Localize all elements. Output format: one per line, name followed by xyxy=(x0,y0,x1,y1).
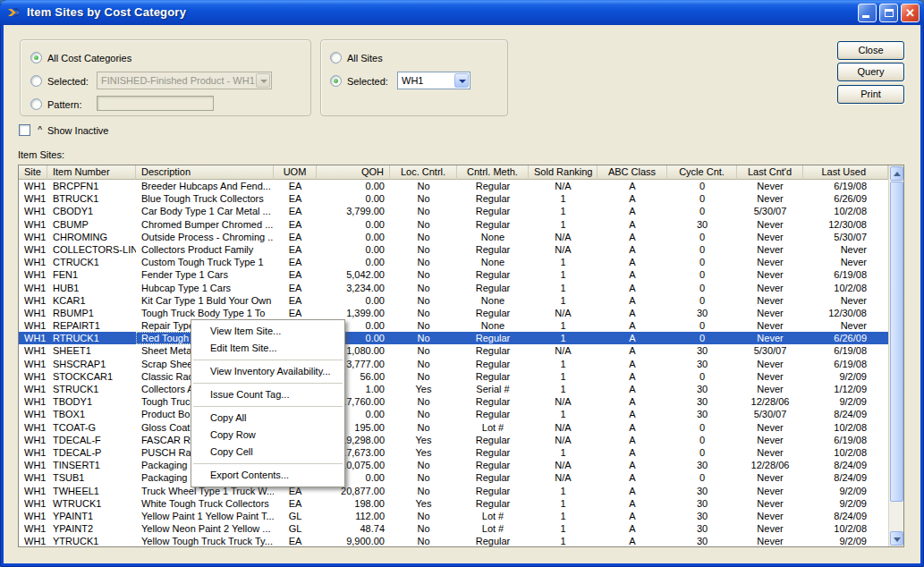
table-cell[interactable]: 0 xyxy=(667,471,737,484)
table-cell[interactable]: 9,900.00 xyxy=(317,535,390,546)
table-cell[interactable]: Never xyxy=(737,370,803,383)
table-cell[interactable]: WH1 xyxy=(19,180,47,192)
table-cell[interactable]: A xyxy=(598,510,667,522)
table-cell[interactable]: WH1 xyxy=(19,231,47,243)
table-cell[interactable]: No xyxy=(390,459,457,471)
table-cell[interactable]: No xyxy=(390,471,457,484)
pattern-radio[interactable] xyxy=(30,98,42,110)
table-row[interactable]: WH1YTRUCK1Yellow Tough Truck Truck Ty...… xyxy=(19,535,888,546)
table-cell[interactable]: FEN1 xyxy=(47,268,136,281)
table-cell[interactable]: 5/30/07 xyxy=(737,408,803,420)
column-header[interactable]: Cycle Cnt. xyxy=(667,165,737,180)
table-cell[interactable]: No xyxy=(390,218,457,231)
table-cell[interactable]: A xyxy=(598,205,667,217)
table-cell[interactable]: 0 xyxy=(667,268,737,281)
table-cell[interactable]: EA xyxy=(274,205,317,217)
table-cell[interactable]: Kit Car Type 1 Buld Your Own xyxy=(136,294,274,307)
table-cell[interactable]: WH1 xyxy=(19,459,47,471)
table-cell[interactable]: No xyxy=(390,192,457,205)
table-cell[interactable]: No xyxy=(390,231,457,243)
table-cell[interactable]: 6/19/08 xyxy=(803,268,888,281)
table-cell[interactable]: SHSCRAP1 xyxy=(47,358,136,370)
table-cell[interactable]: 0 xyxy=(667,370,737,383)
table-cell[interactable]: WH1 xyxy=(19,497,47,510)
query-button[interactable]: Query xyxy=(837,63,904,81)
table-cell[interactable]: 0 xyxy=(667,294,737,307)
table-cell[interactable]: A xyxy=(598,395,667,408)
table-cell[interactable]: Regular xyxy=(457,395,529,408)
table-cell[interactable]: 30 xyxy=(667,395,737,408)
context-menu-item[interactable]: Copy All xyxy=(191,410,344,427)
print-button[interactable]: Print xyxy=(837,85,904,104)
table-cell[interactable]: 198.00 xyxy=(317,497,390,510)
table-cell[interactable]: Fender Type 1 Cars xyxy=(136,268,274,281)
table-cell[interactable]: WH1 xyxy=(19,358,47,370)
context-menu-item[interactable]: Copy Row xyxy=(191,427,344,444)
table-cell[interactable]: 10/2/08 xyxy=(803,205,888,217)
table-row[interactable]: WH1TCOAT-GGloss CoatEA195.00NoLot #N/AA0… xyxy=(19,421,888,434)
table-row[interactable]: WH1YPAINT1Yellow Paint 1 Yellow Paint T.… xyxy=(19,510,888,522)
table-cell[interactable]: A xyxy=(598,319,667,332)
table-cell[interactable]: CBODY1 xyxy=(47,205,136,217)
table-row[interactable]: WH1TWHEEL1Truck Wheel Type 1 Truck W...E… xyxy=(19,485,888,497)
table-cell[interactable]: 1 xyxy=(529,510,598,522)
table-cell[interactable]: Never xyxy=(737,307,803,319)
table-cell[interactable]: N/A xyxy=(529,307,598,319)
table-cell[interactable]: 0.00 xyxy=(317,231,390,243)
table-cell[interactable]: A xyxy=(598,344,667,357)
table-row[interactable]: WH1REPAIRT1Repair TypeEA0.00NoNone1A0Nev… xyxy=(19,319,888,332)
all-cost-categories-radio[interactable] xyxy=(30,52,42,63)
table-cell[interactable]: N/A xyxy=(529,471,598,484)
table-cell[interactable]: Regular xyxy=(457,218,529,231)
table-cell[interactable]: Yes xyxy=(390,446,457,459)
table-cell[interactable]: WH1 xyxy=(19,408,47,420)
table-cell[interactable]: Regular xyxy=(457,192,529,205)
table-cell[interactable]: No xyxy=(390,243,457,256)
table-cell[interactable]: 8/24/09 xyxy=(803,408,888,420)
table-cell[interactable]: EA xyxy=(274,256,317,268)
table-cell[interactable]: YPAINT1 xyxy=(47,510,136,522)
table-cell[interactable]: 0 xyxy=(667,243,737,256)
table-cell[interactable]: A xyxy=(598,332,667,344)
table-cell[interactable]: Serial # xyxy=(457,383,529,395)
table-cell[interactable]: 0 xyxy=(667,319,737,332)
table-cell[interactable]: 3,234.00 xyxy=(317,282,390,294)
table-cell[interactable]: A xyxy=(598,471,667,484)
table-cell[interactable]: Lot # xyxy=(457,510,529,522)
table-row[interactable]: WH1TBODY1Tough TrucEA17,760.00NoRegularN… xyxy=(19,395,888,408)
table-cell[interactable]: No xyxy=(390,395,457,408)
table-cell[interactable]: Regular xyxy=(457,332,529,344)
table-cell[interactable]: Never xyxy=(803,256,888,268)
close-button[interactable]: Close xyxy=(837,41,904,60)
table-cell[interactable]: 112.00 xyxy=(317,510,390,522)
table-cell[interactable]: WH1 xyxy=(19,370,47,383)
table-cell[interactable]: EA xyxy=(274,282,317,294)
table-cell[interactable]: No xyxy=(390,205,457,217)
table-cell[interactable]: EA xyxy=(274,307,317,319)
table-cell[interactable]: Regular xyxy=(457,497,529,510)
table-cell[interactable]: Never xyxy=(737,192,803,205)
vertical-scrollbar[interactable] xyxy=(888,165,903,546)
table-cell[interactable]: 30 xyxy=(667,510,737,522)
table-cell[interactable]: 9/2/09 xyxy=(803,497,888,510)
table-cell[interactable]: A xyxy=(598,446,667,459)
table-cell[interactable]: TCOAT-G xyxy=(47,421,136,434)
column-header[interactable]: UOM xyxy=(274,165,317,180)
table-cell[interactable]: EA xyxy=(274,497,317,510)
table-cell[interactable]: WH1 xyxy=(19,268,47,281)
table-row[interactable]: WH1TBOX1Product BoEA0.00NoRegular1A305/3… xyxy=(19,408,888,420)
column-header[interactable]: Item Number xyxy=(47,165,136,180)
table-cell[interactable]: Chromed Bumper Chromed ... xyxy=(136,218,274,231)
table-cell[interactable]: 30 xyxy=(667,497,737,510)
context-menu-item[interactable]: View Item Site... xyxy=(191,323,344,340)
table-cell[interactable]: No xyxy=(390,294,457,307)
table-cell[interactable]: No xyxy=(390,307,457,319)
scrollbar-thumb[interactable] xyxy=(890,182,903,502)
window-close-button[interactable]: ✕ xyxy=(901,4,920,22)
table-cell[interactable]: Never xyxy=(737,383,803,395)
table-cell[interactable]: Hubcap Type 1 Cars xyxy=(136,282,274,294)
table-cell[interactable]: 1 xyxy=(529,319,598,332)
table-cell[interactable]: 0 xyxy=(667,446,737,459)
table-row[interactable]: WH1HUB1Hubcap Type 1 CarsEA3,234.00NoReg… xyxy=(19,282,888,294)
table-cell[interactable]: WH1 xyxy=(19,383,47,395)
